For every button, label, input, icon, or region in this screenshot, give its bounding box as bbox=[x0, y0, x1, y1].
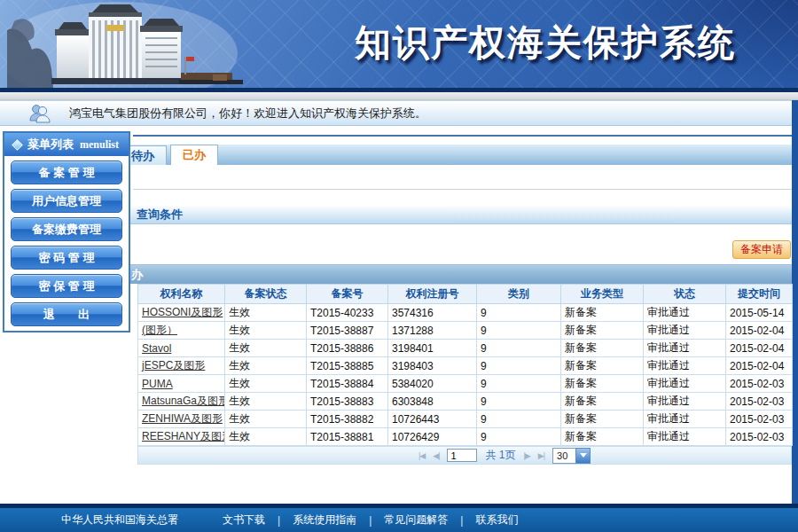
table-cell: 审批通过 bbox=[644, 428, 726, 446]
table-cell: 10726443 bbox=[388, 411, 477, 428]
footer-link-3[interactable]: 常见问题解答 bbox=[372, 512, 460, 528]
table-cell: T2015-38883 bbox=[307, 393, 388, 411]
table-cell: T2015-38884 bbox=[307, 375, 388, 393]
table-row: ZENHIWA及图形生效T2015-38882107264439新备案审批通过2… bbox=[138, 411, 793, 428]
column-header: 提交时间 bbox=[726, 285, 793, 304]
table-cell: 审批通过 bbox=[644, 393, 726, 411]
prev-page-icon[interactable]: ◀| bbox=[433, 451, 439, 460]
rights-name-link[interactable]: (图形） bbox=[142, 324, 177, 336]
table-cell: 审批通过 bbox=[644, 411, 726, 428]
next-page-icon[interactable]: |▶ bbox=[524, 451, 530, 460]
table-cell: 2015-02-03 bbox=[726, 393, 793, 411]
table-cell: T2015-38886 bbox=[307, 340, 388, 357]
rights-name-link[interactable]: HOSSONI及图形 bbox=[142, 306, 223, 318]
sidebar-title-en: menulist bbox=[80, 138, 119, 152]
chevron-down-icon[interactable] bbox=[575, 448, 591, 464]
table-cell: 新备案 bbox=[561, 340, 644, 357]
table-cell: 生效 bbox=[225, 340, 307, 357]
tab-done[interactable]: 已办 bbox=[170, 145, 218, 165]
table-cell: 9 bbox=[477, 304, 561, 322]
page-right-border bbox=[792, 100, 798, 504]
table-cell: 9 bbox=[477, 411, 561, 428]
table-cell: T2015-38887 bbox=[307, 322, 388, 340]
table-cell: 2015-02-03 bbox=[726, 428, 793, 446]
table-row: HOSSONI及图形生效T2015-4023335743169新备案审批通过20… bbox=[138, 304, 793, 322]
column-header: 权利注册号 bbox=[388, 285, 477, 304]
table-cell: 2015-02-03 bbox=[726, 411, 793, 428]
column-header: 备案状态 bbox=[225, 285, 307, 304]
rights-name-link[interactable]: PUMA bbox=[142, 378, 173, 390]
first-page-icon[interactable]: |◀ bbox=[419, 451, 425, 460]
sidebar-item-3[interactable]: 密 码 管 理 bbox=[11, 246, 122, 270]
filing-apply-button[interactable]: 备案申请 bbox=[732, 240, 791, 259]
table-cell: 2015-02-03 bbox=[726, 375, 793, 393]
table-cell: 9 bbox=[477, 357, 561, 375]
footer-link-1[interactable]: 文书下载 bbox=[210, 512, 278, 528]
table-cell: 2015-05-14 bbox=[726, 304, 793, 322]
welcome-message: 鸿宝电气集团股份有限公司，你好！欢迎进入知识产权海关保护系统。 bbox=[69, 106, 426, 121]
footer-link-4[interactable]: 联系我们 bbox=[463, 512, 530, 528]
table-cell: 生效 bbox=[225, 322, 307, 340]
footer-link-2[interactable]: 系统使用指南 bbox=[280, 512, 369, 528]
column-header: 类别 bbox=[477, 285, 561, 304]
table-row: REESHANY及图形生效T2015-38881107264299新备案审批通过… bbox=[138, 428, 793, 446]
table-cell: 审批通过 bbox=[644, 375, 726, 393]
table-cell: 生效 bbox=[225, 428, 307, 446]
table-row: jESPC及图形生效T2015-3888531984039新备案审批通过2015… bbox=[138, 357, 793, 375]
table-cell: 新备案 bbox=[561, 428, 644, 446]
last-page-icon[interactable]: ▶| bbox=[538, 451, 544, 460]
table-cell: T2015-38885 bbox=[307, 357, 388, 375]
table-cell: 9 bbox=[477, 375, 561, 393]
table-cell: 生效 bbox=[225, 393, 307, 411]
table-cell: 10726429 bbox=[388, 428, 477, 446]
total-pages-label: 共 1页 bbox=[485, 448, 515, 463]
rights-name-link[interactable]: Stavol bbox=[142, 342, 171, 355]
query-conditions-title: 查询条件 bbox=[137, 207, 183, 223]
column-header: 备案号 bbox=[307, 285, 388, 304]
table-cell: 新备案 bbox=[561, 357, 644, 375]
table-cell: 生效 bbox=[225, 375, 307, 393]
pagination-bar: |◀ ◀| 共 1页 |▶ ▶| 30 bbox=[137, 446, 792, 465]
table-cell: 9 bbox=[477, 322, 561, 340]
page-size-value: 30 bbox=[552, 448, 575, 464]
table-cell: 新备案 bbox=[561, 375, 644, 393]
table-cell: 1371288 bbox=[388, 322, 477, 340]
table-cell: 2015-02-04 bbox=[726, 322, 793, 340]
table-cell: 2015-02-04 bbox=[726, 340, 793, 357]
users-icon bbox=[28, 104, 51, 123]
footer-links: 中华人民共和国海关总署文书下载|系统使用指南|常见问题解答|联系我们 bbox=[0, 508, 798, 532]
table-cell: T2015-40233 bbox=[307, 304, 388, 322]
page-input[interactable] bbox=[447, 449, 477, 462]
sidebar-item-1[interactable]: 用户信息管理 bbox=[11, 189, 122, 213]
footer-link-0[interactable]: 中华人民共和国海关总署 bbox=[49, 512, 191, 528]
table-cell: 6303848 bbox=[388, 393, 477, 411]
sidebar-item-2[interactable]: 备案缴费管理 bbox=[11, 217, 122, 241]
sidebar-item-4[interactable]: 密 保 管 理 bbox=[11, 274, 122, 298]
table-header-row: 权利名称备案状态备案号权利注册号类别业务类型状态提交时间 bbox=[138, 285, 793, 304]
table-cell: T2015-38881 bbox=[307, 428, 388, 446]
page-size-select[interactable]: 30 bbox=[552, 448, 591, 464]
table-cell: 新备案 bbox=[561, 411, 644, 428]
table-cell: 9 bbox=[477, 340, 561, 357]
rights-name-link[interactable]: REESHANY及图形 bbox=[142, 430, 225, 442]
sidebar-item-5[interactable]: 退 出 bbox=[11, 302, 122, 326]
rights-name-link[interactable]: ZENHIWA及图形 bbox=[142, 412, 223, 425]
table-row: (图形）生效T2015-3888713712889新备案审批通过2015-02-… bbox=[138, 322, 793, 340]
rights-name-link[interactable]: MatsunaGa及图形 bbox=[142, 395, 225, 407]
table-cell: 生效 bbox=[225, 411, 307, 428]
table-row: PUMA生效T2015-3888453840209新备案审批通过2015-02-… bbox=[138, 375, 793, 393]
content-divider bbox=[133, 189, 792, 190]
table-cell: 9 bbox=[477, 393, 561, 411]
table-cell: 3198401 bbox=[388, 340, 477, 357]
rights-name-link[interactable]: jESPC及图形 bbox=[142, 359, 205, 372]
table-cell: 新备案 bbox=[561, 322, 644, 340]
ipr-customs-protection-app: 知识产权海关保护系统 鸿宝电气集团股份有限公司，你好！欢迎进入知识产权海关保护系… bbox=[0, 0, 798, 532]
table-cell: 3574316 bbox=[388, 304, 477, 322]
sidebar-item-0[interactable]: 备 案 管 理 bbox=[11, 160, 122, 184]
table-cell: 新备案 bbox=[561, 393, 644, 411]
table-cell: 审批通过 bbox=[644, 357, 726, 375]
table-cell: 3198403 bbox=[388, 357, 477, 375]
separator-strip bbox=[0, 92, 798, 100]
tab-bar: 待办 已办 bbox=[117, 145, 792, 165]
table-cell: 审批通过 bbox=[644, 304, 726, 322]
